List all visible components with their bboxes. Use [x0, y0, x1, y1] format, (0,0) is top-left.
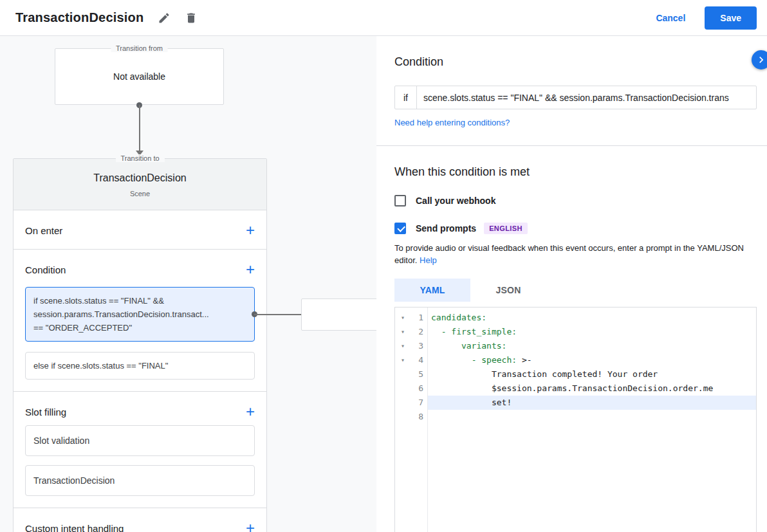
slot-item-list: Slot validationTransactionDecision — [25, 425, 255, 496]
code-text[interactable]: - first_simple: — [427, 325, 756, 339]
page-title: TransactionDecision — [15, 10, 143, 25]
transition-to-label: Transition to — [115, 154, 164, 162]
editor-tabs: YAMLJSON — [394, 279, 757, 302]
scene-diagram: Transition from Not available Transition… — [0, 36, 376, 532]
scene-card: Transition to TransactionDecision Scene … — [13, 158, 267, 532]
yaml-editor[interactable]: ▾1candidates:▾2 - first_simple:▾3 varian… — [394, 307, 757, 532]
connector-line-horizontal — [254, 314, 301, 315]
code-text[interactable]: candidates: — [427, 311, 756, 325]
trash-icon — [185, 12, 198, 24]
code-line: ▾1candidates: — [395, 311, 756, 325]
code-text[interactable]: variants: — [427, 339, 756, 353]
on-enter-section: On enter + — [14, 210, 266, 250]
line-number: 4 — [411, 353, 427, 367]
fold-icon[interactable]: ▾ — [395, 339, 411, 353]
description-text: To provide audio or visual feedback when… — [394, 243, 744, 265]
line-number: 5 — [411, 367, 427, 381]
fold-spacer — [395, 410, 411, 424]
add-condition-button[interactable]: + — [246, 262, 255, 277]
fold-icon[interactable]: ▾ — [395, 353, 411, 367]
send-prompts-checkbox[interactable] — [394, 223, 406, 234]
condition-item-list: if scene.slots.status == "FINAL" && sess… — [25, 287, 255, 380]
edit-scene-button[interactable] — [158, 12, 171, 24]
webhook-checkbox[interactable] — [394, 195, 406, 206]
code-line: ▾3 variants: — [395, 339, 756, 353]
code-text[interactable]: $session.params.TransactionDecision.orde… — [427, 381, 756, 396]
topbar: TransactionDecision Cancel Save — [0, 0, 767, 36]
language-badge[interactable]: ENGLISH — [484, 223, 528, 234]
expand-panel-button[interactable] — [752, 50, 767, 69]
topbar-right: Cancel Save — [656, 6, 757, 30]
condition-item[interactable]: else if scene.slots.status == "FINAL" — [25, 352, 255, 380]
send-prompts-label: Send prompts — [416, 223, 476, 234]
fold-icon[interactable]: ▾ — [395, 325, 411, 339]
cancel-button[interactable]: Cancel — [656, 13, 685, 23]
topbar-left: TransactionDecision — [15, 10, 198, 25]
code-text[interactable]: set! — [427, 396, 756, 410]
code-line: 8 — [395, 410, 756, 424]
fold-spacer — [395, 367, 411, 381]
condition-input-row: if — [394, 86, 757, 109]
slot-item[interactable]: TransactionDecision — [25, 465, 255, 496]
fold-icon[interactable]: ▾ — [395, 311, 411, 325]
next-scene-node[interactable] — [301, 298, 376, 331]
line-number: 6 — [411, 381, 427, 396]
scene-card-header[interactable]: TransactionDecision Scene — [14, 159, 266, 210]
custom-intent-label: Custom intent handling — [25, 523, 124, 532]
on-enter-label: On enter — [25, 225, 62, 236]
delete-scene-button[interactable] — [185, 12, 198, 24]
add-on-enter-button[interactable]: + — [246, 223, 255, 237]
main-content: Transition from Not available Transition… — [0, 36, 767, 532]
webhook-row: Call your webhook — [394, 195, 757, 206]
save-button[interactable]: Save — [705, 6, 757, 30]
connector-line-vertical — [139, 105, 140, 151]
code-lines: ▾1candidates:▾2 - first_simple:▾3 varian… — [395, 311, 756, 424]
line-number: 2 — [411, 325, 427, 339]
fold-spacer — [395, 396, 411, 410]
add-slot-button[interactable]: + — [246, 405, 255, 419]
slot-item[interactable]: Slot validation — [25, 425, 255, 456]
tab-json[interactable]: JSON — [470, 279, 546, 302]
code-text[interactable] — [427, 410, 756, 424]
tab-yaml[interactable]: YAML — [394, 279, 470, 302]
condition-editor-panel: Condition if Need help entering conditio… — [376, 36, 767, 532]
code-line: ▾2 - first_simple: — [395, 325, 756, 339]
scene-name: TransactionDecision — [20, 172, 260, 185]
add-custom-intent-button[interactable]: + — [246, 521, 255, 532]
fold-spacer — [395, 381, 411, 396]
webhook-label: Call your webhook — [416, 196, 495, 206]
send-prompts-row: Send prompts ENGLISH — [394, 223, 757, 234]
condition-section-label: Condition — [25, 264, 66, 275]
line-number: 1 — [411, 311, 427, 325]
slot-filling-section: Slot filling + Slot validationTransactio… — [14, 392, 266, 508]
scene-type: Scene — [20, 190, 260, 198]
conditions-help-link[interactable]: Need help entering conditions? — [394, 118, 510, 127]
slot-filling-label: Slot filling — [25, 407, 66, 417]
panel-title: Condition — [394, 55, 757, 69]
line-number: 3 — [411, 339, 427, 353]
condition-expression-input[interactable] — [417, 86, 756, 109]
help-link[interactable]: Help — [420, 255, 437, 265]
code-line: 7 set! — [395, 396, 756, 410]
chevron-right-icon — [755, 53, 767, 66]
code-line: ▾4 - speech: >- — [395, 353, 756, 367]
gutter-divider — [427, 307, 428, 532]
when-met-title: When this condition is met — [394, 165, 757, 179]
condition-item[interactable]: if scene.slots.status == "FINAL" && sess… — [25, 287, 255, 342]
line-number: 7 — [411, 396, 427, 410]
condition-section: Condition + if scene.slots.status == "FI… — [14, 250, 266, 392]
transition-from-box[interactable]: Transition from Not available — [55, 48, 224, 105]
code-line: 5 Transaction completed! Your order — [395, 367, 756, 381]
prompt-description: To provide audio or visual feedback when… — [394, 243, 757, 267]
code-text[interactable]: - speech: >- — [427, 353, 756, 367]
code-line: 6 $session.params.TransactionDecision.or… — [395, 381, 756, 396]
if-label: if — [395, 86, 417, 109]
code-text[interactable]: Transaction completed! Your order — [427, 367, 756, 381]
section-divider — [376, 145, 767, 146]
transition-from-label: Transition from — [111, 44, 168, 52]
line-number: 8 — [411, 410, 427, 424]
custom-intent-section: Custom intent handling + — [14, 508, 266, 532]
transition-from-content: Not available — [55, 49, 223, 104]
pencil-icon — [158, 12, 171, 24]
